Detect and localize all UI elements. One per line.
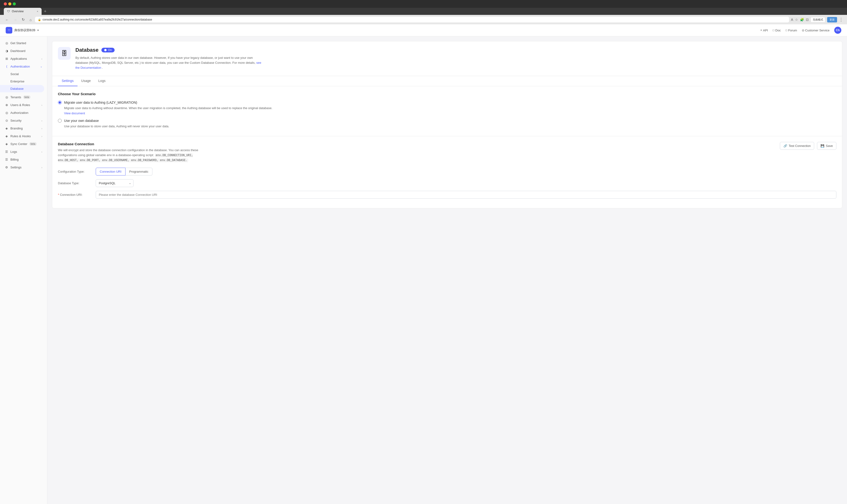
nav-customer-service[interactable]: ◎ Customer Service [802,29,830,32]
tab-usage[interactable]: Usage [77,76,94,86]
own-db-radio[interactable] [58,119,62,123]
sidebar-item-applications[interactable]: ⊞ Applications › [0,55,47,62]
nav-doc[interactable]: □ Doc [773,29,781,32]
authentication-chevron-icon: ⌄ [40,65,42,68]
tenants-badge: beta [23,95,31,99]
applications-chevron-icon: › [41,57,42,60]
connection-uri-label: * Connection URI: [58,193,96,197]
nav-refresh-button[interactable]: ↻ [20,17,26,22]
tab-close-icon[interactable]: × [37,10,38,13]
sidebar-item-security[interactable]: ⊙ Security › [0,117,47,124]
lazy-migration-label[interactable]: Migrate user data to Authing (LAZY_MIGRA… [58,101,836,104]
nav-home-button[interactable]: ⌂ [28,17,33,22]
forum-icon: □ [786,29,787,32]
toggle-dot [104,49,107,51]
tabs-row: Settings Usage Logs [52,76,842,86]
tab-settings[interactable]: Settings [58,76,77,86]
lang-button[interactable]: 无痕模式 [811,17,825,22]
update-button[interactable]: 更新 [827,17,837,22]
test-connection-button[interactable]: 🔗 Test Connection [780,142,814,150]
logs-icon: ☰ [5,150,8,154]
traffic-light-red[interactable] [4,2,7,5]
view-document-link[interactable]: View document [64,111,836,115]
doc-icon: □ [773,29,774,32]
logo-icon: 🛡 [6,27,12,34]
security-chevron-icon: › [41,119,42,122]
sidebar-item-tenants[interactable]: ◎ Tenants beta [0,93,47,101]
authentication-icon: ⟨ [5,65,8,68]
db-type-select[interactable]: PostgreSQL MySQL MongoDB SQLServer [96,179,134,187]
users-roles-chevron-icon: › [41,104,42,107]
authorization-icon: ◎ [5,111,8,114]
sidebar-item-dashboard[interactable]: ◑ Dashboard [0,47,47,55]
branding-icon: ◈ [5,127,8,130]
lazy-migration-radio[interactable] [58,101,62,104]
browser-tab-active[interactable]: 🛡 Overview × [4,8,41,15]
sidebar-item-logs[interactable]: ☰ Logs › [0,148,47,156]
url-text: console.dev2.authing-inc.co/console/623d… [42,18,152,21]
tenants-icon: ◎ [5,95,8,99]
sidebar-item-social[interactable]: Social [0,70,47,78]
lazy-migration-desc: Migrate user data to Authing without dow… [64,106,836,110]
sidebar-item-enterprise[interactable]: Enterprise [0,78,47,85]
branding-chevron-icon: › [41,127,42,130]
avatar[interactable]: Ch [834,27,841,34]
sidebar-item-authorization[interactable]: ◎ Authorization [0,109,47,117]
scenario-option-lazy: Migrate user data to Authing (LAZY_MIGRA… [58,101,836,115]
nav-forum[interactable]: □ Forum [786,29,797,32]
sync-center-icon: ◈ [5,142,8,146]
db-connection-title: Database Connection [58,142,214,146]
app-logo[interactable]: 🛡 身份协议部B2B ▾ [6,27,39,34]
connection-uri-input[interactable] [96,191,836,199]
app-header: 🛡 身份协议部B2B ▾ × API □ Doc □ Forum ◎ Custo… [0,24,847,36]
db-connection-section: Database Connection We will encrypt and … [52,136,842,208]
dashboard-icon: ◑ [5,49,8,53]
extensions-icon[interactable]: 🧩 [800,18,804,21]
sidebar-item-rules-hooks[interactable]: ◈ Rules & Hooks › [0,132,47,140]
content-card: 🗄 Database On By default, Authing stores… [52,41,842,208]
tab-logs[interactable]: Logs [94,76,109,86]
sidebar-item-get-started[interactable]: ◎ Get Started [0,39,47,47]
sidebar-item-billing[interactable]: ☰ Billing [0,156,47,163]
app-body: ◎ Get Started ◑ Dashboard ⊞ Applications… [0,36,847,504]
nav-back-button[interactable]: ← [4,17,10,22]
tab-add-button[interactable]: + [42,9,48,15]
own-db-label[interactable]: Use your own database [58,119,836,123]
config-type-label: Configuration Type: [58,170,96,173]
settings-icon: ⚙ [5,165,8,169]
sidebar-item-branding[interactable]: ◈ Branding › [0,124,47,132]
bookmark-icon[interactable]: ☆ [795,18,798,21]
sidebar-item-users-roles[interactable]: ⊕ Users & Roles › [0,101,47,109]
db-type-row: Database Type: PostgreSQL MySQL MongoDB … [58,179,836,187]
toolbar-icons: A ☆ 🧩 ⊡ 无痕模式 更新 ⋮ [791,17,843,22]
sidebar-item-authentication[interactable]: ⟨ Authentication ⌄ [0,62,47,70]
customer-service-icon: ◎ [802,29,804,32]
sidebar-item-database[interactable]: Database [0,85,44,92]
security-icon: ⊙ [5,119,8,122]
nav-forward-button[interactable]: → [12,17,18,22]
save-button[interactable]: 💾 Save [817,142,836,150]
test-connection-icon: 🔗 [783,144,787,148]
translate-icon[interactable]: A [791,18,793,21]
db-title-area: Database On By default, Authing stores u… [75,47,836,70]
scenario-title: Choose Your Scenario [58,92,836,96]
connection-uri-btn[interactable]: Connection URI [96,168,125,176]
sidebar-item-sync-center[interactable]: ◈ Sync Center beta [0,140,47,148]
own-db-desc: Use your database to store user data, Au… [64,124,836,129]
settings-chevron-icon: › [41,166,42,169]
profile-icon[interactable]: ⊡ [806,18,809,21]
programmatic-btn[interactable]: Programmatic [125,168,153,176]
connection-actions: 🔗 Test Connection 💾 Save [780,142,836,150]
traffic-light-green[interactable] [13,2,16,5]
traffic-light-yellow[interactable] [8,2,11,5]
main-content: 🗄 Database On By default, Authing stores… [47,36,847,504]
rules-hooks-icon: ◈ [5,134,8,138]
sidebar-item-settings[interactable]: ⚙ Settings › [0,163,47,171]
db-description: By default, Authing stores user data in … [75,55,264,70]
menu-dots-icon[interactable]: ⋮ [839,17,843,22]
toggle-on-badge[interactable]: On [101,48,114,52]
app-container: 🛡 身份协议部B2B ▾ × API □ Doc □ Forum ◎ Custo… [0,24,847,504]
address-bar[interactable]: 🔒 console.dev2.authing-inc.co/console/62… [35,17,789,22]
nav-api[interactable]: × API [760,29,768,32]
sidebar: ◎ Get Started ◑ Dashboard ⊞ Applications… [0,36,47,504]
